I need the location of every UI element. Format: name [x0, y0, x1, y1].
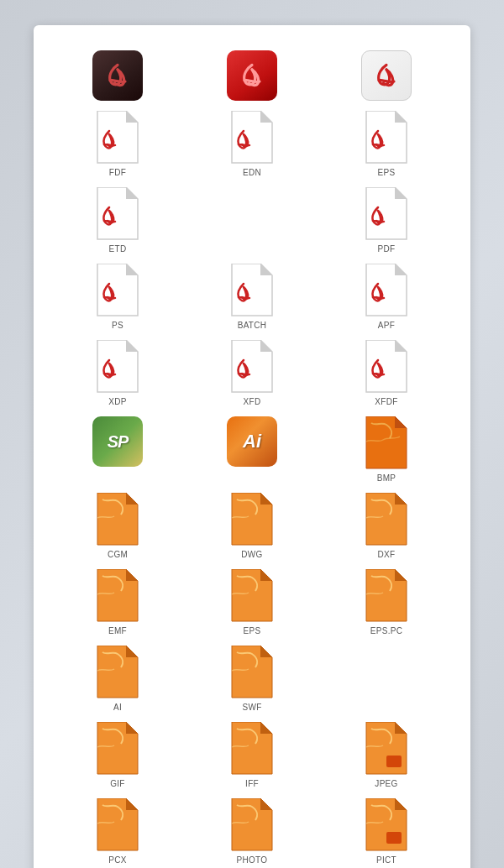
dwg-label: DWG: [241, 550, 262, 559]
xfdf-file-icon: [363, 340, 410, 394]
pict-file-icon: [363, 798, 410, 852]
icon-item-xdp[interactable]: XDP: [80, 340, 155, 406]
ps-label: PS: [112, 321, 123, 330]
icon-item-dxf[interactable]: DXF: [349, 493, 424, 559]
photo-file-icon: [228, 798, 276, 852]
etd-label: ETD: [109, 244, 127, 254]
bmp-file-icon: [363, 416, 410, 470]
cgm-label: CGM: [108, 550, 128, 559]
icon-item-ps[interactable]: PS: [80, 264, 155, 330]
etd-file-icon: [94, 187, 141, 241]
acrobat-red-icon[interactable]: [227, 50, 277, 101]
pdf-file-icon: [363, 187, 410, 241]
eps-file-icon: [363, 111, 410, 165]
ai-label: AI: [113, 703, 122, 712]
acrobat-logo-dark: [102, 60, 133, 91]
icon-item-eps2[interactable]: EPS: [214, 569, 290, 635]
xdp-file-icon: [94, 340, 141, 394]
svg-marker-15: [395, 264, 407, 275]
batch-file-icon: [228, 264, 276, 317]
swf-label: SWF: [242, 703, 261, 712]
iff-file-icon: [228, 722, 276, 776]
icon-item-acrobat-light[interactable]: [349, 50, 424, 101]
icon-item-jpeg[interactable]: JPEG: [349, 722, 424, 788]
xfdf-label: XFDF: [375, 397, 397, 406]
cgm-file-icon: [94, 493, 141, 546]
svg-marker-11: [126, 264, 138, 275]
icon-item-dwg[interactable]: DWG: [214, 493, 290, 559]
gif-file-icon: [94, 722, 141, 776]
apf-file-icon: [363, 264, 410, 317]
emf-label: EMF: [108, 626, 127, 635]
icon-item-xfd[interactable]: XFD: [214, 340, 290, 406]
pcx-file-icon: [94, 798, 141, 852]
ai-file-icon: [94, 646, 141, 699]
icon-item-acrobat-dark[interactable]: [80, 50, 155, 101]
eps2-label: EPS: [244, 626, 261, 635]
xfd-label: XFD: [244, 397, 261, 406]
svg-marker-17: [126, 340, 138, 352]
fdf-file-icon: [94, 111, 141, 165]
acrobat-logo-light: [371, 60, 402, 91]
icon-item-eps-pc[interactable]: EPS.PC: [349, 569, 424, 635]
svg-marker-23: [395, 416, 407, 428]
jpeg-file-icon: [363, 722, 410, 776]
edn-label: EDN: [243, 168, 261, 177]
svg-marker-1: [126, 111, 138, 123]
svg-marker-19: [260, 340, 272, 352]
jpeg-label: JPEG: [375, 779, 397, 788]
icon-item-emf[interactable]: EMF: [80, 569, 155, 635]
edn-file-icon: [228, 111, 276, 165]
icon-item-acrobat-red[interactable]: [214, 50, 290, 101]
ps-file-icon: [94, 264, 141, 317]
icon-item-iff[interactable]: IFF: [214, 722, 290, 788]
icon-item-ai-app[interactable]: Ai: [214, 416, 290, 483]
iff-label: IFF: [245, 779, 259, 788]
icon-item-pict[interactable]: PICT: [349, 798, 424, 865]
fdf-label: FDF: [109, 168, 126, 177]
sp-app-icon[interactable]: SP: [92, 416, 143, 467]
icon-item-bmp[interactable]: BMP: [349, 416, 424, 483]
svg-marker-5: [395, 111, 407, 123]
eps-pc-file-icon: [363, 569, 410, 623]
icon-item-fdf[interactable]: FDF: [80, 111, 155, 177]
icon-item-etd[interactable]: ETD: [80, 187, 155, 254]
pict-label: PICT: [376, 855, 396, 865]
icon-item-sp[interactable]: SP: [80, 416, 155, 483]
xfd-file-icon: [228, 340, 276, 394]
svg-marker-13: [260, 264, 272, 275]
eps2-file-icon: [228, 569, 276, 623]
icon-item-pcx[interactable]: PCX: [80, 798, 155, 865]
icon-item-gif[interactable]: GIF: [80, 722, 155, 788]
icon-item-xfdf[interactable]: XFDF: [349, 340, 424, 406]
acrobat-dark-icon[interactable]: [92, 50, 143, 101]
batch-label: BATCH: [238, 321, 267, 330]
icon-item-eps[interactable]: EPS: [349, 111, 424, 177]
eps-label: EPS: [378, 168, 396, 177]
dxf-label: DXF: [378, 550, 396, 559]
bmp-label: BMP: [377, 473, 396, 483]
icon-item-empty2: [349, 646, 424, 712]
icon-item-batch[interactable]: BATCH: [214, 264, 290, 330]
icon-grid: FDF EDN EPS: [50, 50, 454, 868]
dxf-file-icon: [363, 493, 410, 546]
svg-marker-3: [260, 111, 272, 123]
apf-label: APF: [378, 321, 395, 330]
svg-marker-7: [126, 187, 138, 199]
ai-app-icon[interactable]: Ai: [227, 416, 277, 467]
icon-item-cgm[interactable]: CGM: [80, 493, 155, 559]
dwg-file-icon: [228, 493, 276, 546]
svg-rect-46: [386, 756, 402, 767]
icon-item-apf[interactable]: APF: [349, 264, 424, 330]
icon-item-ai[interactable]: AI: [80, 646, 155, 712]
icon-item-pdf[interactable]: PDF: [349, 187, 424, 254]
pcx-label: PCX: [108, 855, 126, 865]
icon-item-photo[interactable]: PHOTO: [214, 798, 290, 865]
icon-item-edn[interactable]: EDN: [214, 111, 290, 177]
icon-item-swf[interactable]: SWF: [214, 646, 290, 712]
acrobat-light-icon[interactable]: [361, 50, 412, 101]
acrobat-logo-red: [237, 60, 267, 91]
xdp-label: XDP: [108, 397, 126, 406]
sp-text-label: SP: [108, 432, 129, 452]
eps-pc-label: EPS.PC: [370, 626, 402, 635]
